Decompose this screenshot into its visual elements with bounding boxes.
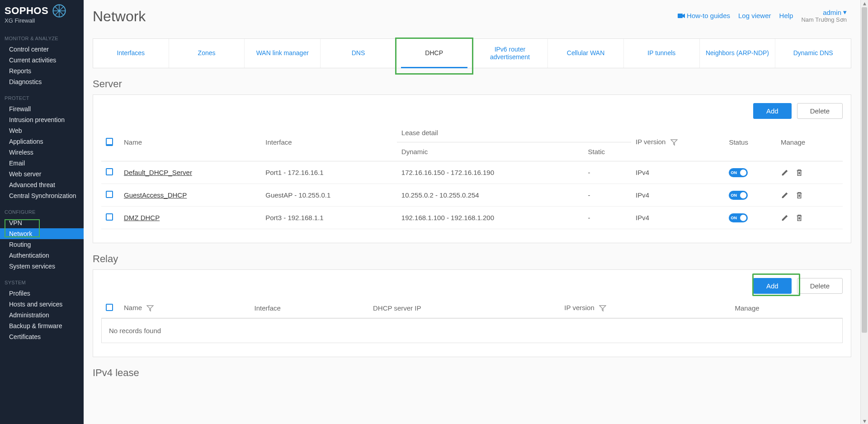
sidebar-item-routing[interactable]: Routing — [0, 239, 84, 250]
table-row: GuestAccess_DHCP GuestAP - 10.255.0.1 10… — [101, 184, 843, 206]
tab-zones[interactable]: Zones — [169, 39, 245, 68]
sidebar-item-certificates[interactable]: Certificates — [0, 331, 84, 342]
brand-sub: XG Firewall — [5, 17, 79, 24]
cell-static: - — [584, 206, 631, 229]
tab-ipv6-router-advertisement[interactable]: IPv6 router advertisement — [472, 39, 548, 68]
cell-interface: Port3 - 192.168.1.1 — [261, 206, 397, 229]
help-link[interactable]: Help — [779, 12, 793, 19]
tab-ip-tunnels[interactable]: IP tunnels — [624, 39, 700, 68]
svg-rect-1 — [678, 14, 683, 18]
select-all-checkbox[interactable] — [106, 138, 113, 145]
sidebar-item-hosts-and-services[interactable]: Hosts and services — [0, 299, 84, 310]
edit-icon[interactable] — [781, 214, 789, 222]
lease-section-title: IPv4 lease — [93, 367, 851, 379]
topbar: Network How-to guides Log viewer Help ad… — [84, 0, 860, 29]
tab-dhcp[interactable]: DHCP — [396, 39, 472, 68]
server-delete-button[interactable]: Delete — [797, 103, 843, 119]
cell-ipversion: IPv4 — [631, 161, 724, 184]
row-checkbox[interactable] — [106, 213, 113, 221]
top-links: How-to guides Log viewer Help admin ▾ Na… — [678, 8, 847, 23]
main-area: Network How-to guides Log viewer Help ad… — [84, 0, 860, 424]
brand-logo-icon — [52, 4, 66, 18]
server-section-title: Server — [93, 78, 851, 90]
table-row: DMZ DHCP Port3 - 192.168.1.1 192.168.1.1… — [101, 206, 843, 229]
sidebar-item-diagnostics[interactable]: Diagnostics — [0, 76, 84, 87]
nav-section-label: SYSTEM — [0, 272, 84, 288]
filter-icon[interactable] — [670, 139, 678, 146]
sidebar-item-reports[interactable]: Reports — [0, 66, 84, 76]
edit-icon[interactable] — [781, 191, 789, 199]
sidebar-item-wireless[interactable]: Wireless — [0, 147, 84, 158]
col-status: Status — [724, 123, 776, 161]
cell-static: - — [584, 161, 631, 184]
server-name-link[interactable]: DMZ DHCP — [124, 214, 160, 221]
tab-wan-link-manager[interactable]: WAN link manager — [245, 39, 321, 68]
edit-icon[interactable] — [781, 169, 789, 177]
tab-interfaces[interactable]: Interfaces — [93, 39, 169, 68]
trash-icon[interactable] — [795, 191, 803, 199]
sidebar-item-administration[interactable]: Administration — [0, 310, 84, 320]
sidebar-item-web[interactable]: Web — [0, 125, 84, 136]
relay-table: Name Interface DHCP server IP IP version… — [101, 298, 843, 318]
sidebar-item-backup-firmware[interactable]: Backup & firmware — [0, 320, 84, 331]
relay-col-interface: Interface — [250, 298, 368, 318]
row-checkbox[interactable] — [106, 168, 113, 175]
log-viewer-link[interactable]: Log viewer — [738, 12, 771, 19]
sidebar-item-central-synchronization[interactable]: Central Synchronization — [0, 190, 84, 201]
status-toggle[interactable]: ON — [729, 191, 748, 200]
sidebar-item-web-server[interactable]: Web server — [0, 169, 84, 179]
sidebar-item-system-services[interactable]: System services — [0, 261, 84, 272]
filter-icon[interactable] — [146, 305, 154, 312]
cell-interface: Port1 - 172.16.16.1 — [261, 161, 397, 184]
sidebar: SOPHOS XG Firewall MONITOR & ANALYZECont… — [0, 0, 84, 424]
status-toggle[interactable]: ON — [729, 213, 748, 222]
sidebar-item-applications[interactable]: Applications — [0, 136, 84, 147]
tab-cellular-wan[interactable]: Cellular WAN — [548, 39, 624, 68]
tab-dns[interactable]: DNS — [321, 39, 396, 68]
server-panel: Add Delete Name Interface Lease detail I… — [93, 94, 851, 243]
tab-dynamic-dns[interactable]: Dynamic DNS — [775, 39, 851, 68]
col-lease: Lease detail — [397, 123, 631, 142]
admin-org: Nam Trường Sơn — [801, 16, 847, 23]
sidebar-item-control-center[interactable]: Control center — [0, 44, 84, 55]
relay-section-title: Relay — [93, 253, 851, 265]
filter-icon[interactable] — [599, 305, 606, 312]
tab-highlight — [395, 38, 473, 75]
sidebar-item-network[interactable]: Network — [0, 228, 84, 239]
chevron-down-icon: ▾ — [843, 8, 847, 16]
relay-col-dhcpip: DHCP server IP — [368, 298, 560, 318]
trash-icon[interactable] — [795, 169, 803, 177]
browser-scrollbar[interactable]: ▴ ▾ — [860, 0, 868, 424]
table-row: Default_DHCP_Server Port1 - 172.16.16.1 … — [101, 161, 843, 184]
nav-section-label: MONITOR & ANALYZE — [0, 28, 84, 44]
page-title: Network — [93, 8, 146, 25]
nav-section-label: CONFIGURE — [0, 201, 84, 217]
admin-dropdown[interactable]: admin ▾ Nam Trường Sơn — [801, 8, 847, 23]
server-add-button[interactable]: Add — [753, 103, 792, 119]
status-toggle[interactable]: ON — [729, 168, 748, 177]
sidebar-item-current-activities[interactable]: Current activities — [0, 55, 84, 66]
sidebar-item-advanced-threat[interactable]: Advanced threat — [0, 179, 84, 190]
cell-ipversion: IPv4 — [631, 184, 724, 206]
logo-area: SOPHOS XG Firewall — [0, 3, 84, 28]
server-table: Name Interface Lease detail IP version S… — [101, 123, 843, 229]
sidebar-item-authentication[interactable]: Authentication — [0, 250, 84, 261]
row-checkbox[interactable] — [106, 191, 113, 198]
relay-select-all-checkbox[interactable] — [106, 304, 113, 311]
server-name-link[interactable]: Default_DHCP_Server — [124, 169, 192, 176]
howto-guides-link[interactable]: How-to guides — [678, 12, 730, 19]
trash-icon[interactable] — [795, 214, 803, 222]
content: InterfacesZonesWAN link managerDNSDHCPIP… — [84, 29, 860, 424]
cell-dynamic: 172.16.16.150 - 172.16.16.190 — [397, 161, 584, 184]
sidebar-item-email[interactable]: Email — [0, 158, 84, 169]
server-name-link[interactable]: GuestAccess_DHCP — [124, 191, 187, 199]
relay-delete-button[interactable]: Delete — [797, 278, 843, 294]
sidebar-item-vpn[interactable]: VPN — [0, 217, 84, 228]
sidebar-item-firewall[interactable]: Firewall — [0, 104, 84, 114]
tab-neighbors-arp-ndp-[interactable]: Neighbors (ARP-NDP) — [700, 39, 776, 68]
sidebar-item-intrusion-prevention[interactable]: Intrusion prevention — [0, 114, 84, 125]
cell-static: - — [584, 184, 631, 206]
relay-add-button[interactable]: Add — [753, 278, 792, 294]
relay-col-ipversion: IP version — [560, 298, 730, 318]
sidebar-item-profiles[interactable]: Profiles — [0, 288, 84, 299]
